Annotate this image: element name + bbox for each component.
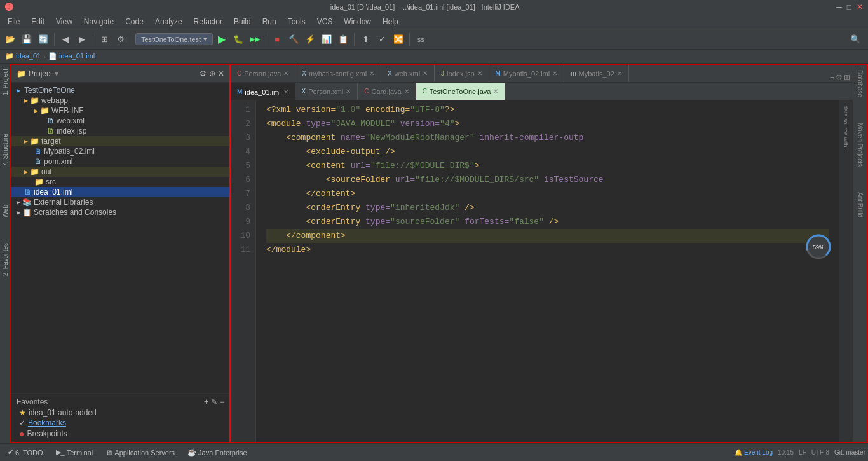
menu-vcs[interactable]: VCS [312,16,338,27]
bottom-tab-java-enterprise[interactable]: ☕ Java Enterprise [182,447,252,458]
menu-code[interactable]: Code [120,16,149,27]
menu-help[interactable]: Help [377,16,403,27]
tab-card-java[interactable]: C Card.java ✕ [358,83,416,100]
run-with-coverage-btn[interactable]: ▶▶ [247,32,262,47]
tree-item-pomxml[interactable]: 🗎 pom.xml [11,156,229,167]
tree-item-idea01iml[interactable]: 🗎 idea_01.iml [11,187,229,197]
toolbar-btn7[interactable]: 📋 [336,32,351,47]
toolbar-ss-btn[interactable]: ss [413,32,428,47]
bottom-tab-todo[interactable]: ✔ 6: TODO [3,447,48,458]
tree-item-webinf[interactable]: ▸ 📁 WEB-INF [11,106,229,116]
minimize-button[interactable]: ─ [836,3,842,11]
side-tab-project[interactable]: 1: Project [2,69,9,95]
side-tab-maven[interactable]: Maven Projects [857,123,864,167]
toolbar-open-btn[interactable]: 📂 [3,32,18,47]
menu-analyze[interactable]: Analyze [150,16,187,27]
menu-run[interactable]: Run [257,16,281,27]
toolbar-btn6[interactable]: 📊 [319,32,334,47]
code-content[interactable]: <?xml version="1.0" encoding="UTF-8"?> <… [256,100,839,442]
tab-close-mybatis02[interactable]: ✕ [617,70,622,77]
stop-button[interactable]: ■ [269,32,285,47]
fav-add-icon[interactable]: + [204,397,208,406]
tab-close-index-jsp[interactable]: ✕ [477,70,482,77]
run-button[interactable]: ▶ [214,32,229,47]
tab-person-xml[interactable]: X Person.xml ✕ [295,83,358,100]
tree-item-webxml[interactable]: 🗎 web.xml [11,116,229,126]
tab-close-mybatis02-iml[interactable]: ✕ [552,70,557,77]
tree-item-out[interactable]: ▸ 📁 out [11,167,229,177]
rebuild-button[interactable]: 🔨 [286,32,301,47]
toolbar-btn8[interactable]: 🔀 [391,32,406,47]
tab-mybatis02[interactable]: m Mybatis_02 ✕ [564,65,629,82]
tree-item-indexjsp[interactable]: 🗎 index.jsp [11,126,229,136]
tab-close-mybatis-config[interactable]: ✕ [369,70,374,77]
tree-item-target[interactable]: ▸ 📁 target [11,136,229,146]
toolbar-btn5[interactable]: ⚡ [302,32,318,47]
tab-close-idea01-iml[interactable]: ✕ [283,88,288,95]
tab-close-web-xml[interactable]: ✕ [423,70,428,77]
menu-navigate[interactable]: Navigate [79,16,119,27]
menu-file[interactable]: File [3,16,25,27]
run-config-selector[interactable]: TestOneToOne.test ▾ [135,33,213,45]
menu-build[interactable]: Build [229,16,256,27]
side-tab-structure[interactable]: 7: Structure [2,134,9,167]
menu-window[interactable]: Window [339,16,376,27]
project-gear-icon[interactable]: ⊕ [209,69,215,78]
tree-item-mybatis02iml[interactable]: 🗎 Mybatis_02.iml [11,146,229,156]
tree-item-testonetone[interactable]: ▸ TestOneToOne [11,85,229,95]
tab-close-person-java[interactable]: ✕ [283,70,288,77]
fav-bookmarks[interactable]: ✓ Bookmarks [11,418,229,428]
menu-edit[interactable]: Edit [26,16,50,27]
tab-split-icon[interactable]: ⊞ [844,73,850,82]
tab-add-icon[interactable]: + [830,73,834,82]
menu-refactor[interactable]: Refactor [189,16,227,27]
side-tab-database[interactable]: Database [857,70,864,97]
fav-idea01[interactable]: ★ idea_01 auto-added [11,408,229,418]
toolbar-settings-btn[interactable]: ⚙ [113,32,128,47]
tab-gear-icon[interactable]: ⚙ [836,73,843,82]
toolbar-search-btn[interactable]: 🔍 [848,32,863,47]
vcs-commit-btn[interactable]: ✓ [374,32,390,47]
vcs-update-btn[interactable]: ⬆ [358,32,373,47]
event-log-link[interactable]: 🔔 Event Log [735,449,773,456]
code-editor[interactable]: 1 2 3 4 5 6 7 8 9 10 11 <?xml version="1… [231,100,853,442]
bottom-tab-app-servers[interactable]: 🖥 Application Servers [100,448,180,458]
project-close-icon[interactable]: ✕ [218,69,224,78]
tab-web-xml[interactable]: X web.xml ✕ [381,65,435,82]
side-tab-ant[interactable]: Ant Build [857,192,864,217]
tab-person-java[interactable]: C Person.java ✕ [231,65,295,82]
tree-item-webapp[interactable]: ▸ 📁 webapp [11,95,229,106]
toolbar-save-btn[interactable]: 💾 [19,32,34,47]
tab-index-jsp[interactable]: J index.jsp ✕ [435,65,489,82]
side-tab-favorites[interactable]: 2: Favorites [2,243,9,276]
close-button[interactable]: ✕ [857,3,863,11]
maximize-button[interactable]: □ [847,3,851,11]
tab-mybatis-config[interactable]: X mybatis-config.xml ✕ [295,65,381,82]
tab-testonetone-java[interactable]: C TestOneToOne.java ✕ [416,83,506,100]
tab-mybatis02-iml[interactable]: M Mybatis_02.iml ✕ [489,65,565,82]
breadcrumb-project[interactable]: 📁 idea_01 [5,52,41,60]
debug-button[interactable]: 🐛 [231,32,246,47]
tree-item-extlibs[interactable]: ▸ 📚 External Libraries [11,197,229,207]
fav-edit-icon[interactable]: ✎ [211,397,217,406]
menu-view[interactable]: View [51,16,78,27]
toolbar-forward-btn[interactable]: ▶ [74,32,90,47]
tab-close-card-java[interactable]: ✕ [404,88,409,95]
fav-remove-icon[interactable]: − [220,397,224,406]
tree-item-scratches[interactable]: ▸ 📋 Scratches and Consoles [11,207,229,217]
toolbar-back-btn[interactable]: ◀ [58,32,73,47]
breadcrumb-file[interactable]: 📄 idea_01.iml [48,52,95,60]
tree-item-src[interactable]: 📁 src [11,177,229,187]
fav-breakpoints[interactable]: ● Breakpoints [11,428,229,439]
tab-close-testonetone-java[interactable]: ✕ [493,88,498,95]
toolbar-structure-btn[interactable]: ⊞ [97,32,112,47]
tab-idea01-iml[interactable]: M idea_01.iml ✕ [231,83,295,100]
side-tab-web[interactable]: Web [2,205,9,217]
favorites-title: Favorites [17,397,48,406]
menu-tools[interactable]: Tools [283,16,311,27]
bottom-tab-terminal[interactable]: ▶_ Terminal [51,447,98,458]
toolbar-sync-btn[interactable]: 🔄 [36,32,51,47]
datasource-hint[interactable]: data source with... [843,106,849,152]
project-settings-icon[interactable]: ⚙ [200,69,207,78]
tab-close-person-xml[interactable]: ✕ [346,88,351,95]
